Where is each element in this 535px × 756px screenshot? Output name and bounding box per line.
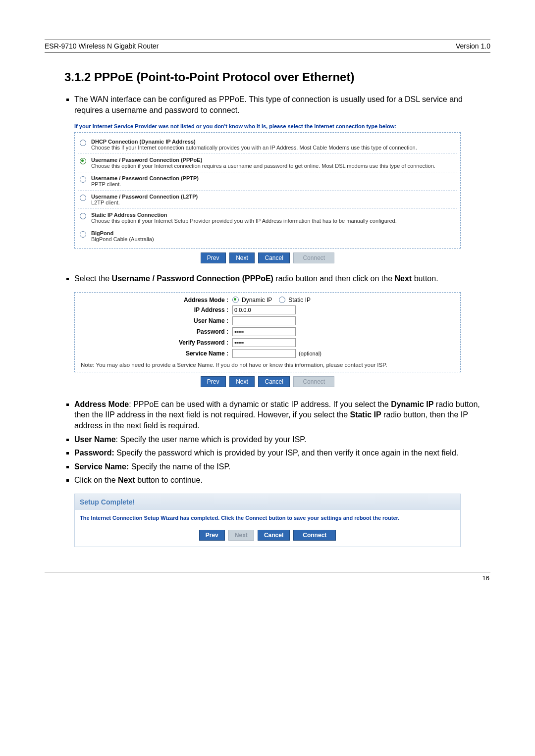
option-pptp[interactable]: Username / Password Connection (PPTP) PP… xyxy=(78,172,457,190)
option-dynamic-ip: Dynamic IP xyxy=(242,297,272,303)
desc-password: Password: Specify the password which is … xyxy=(74,448,490,458)
option-title: Username / Password Connection (PPTP) xyxy=(91,175,199,181)
option-title: BigPond xyxy=(91,230,154,236)
label-service-name: Service Name : xyxy=(80,350,232,357)
section-name: PPPoE (Point-to-Point Protocol over Ethe… xyxy=(94,70,354,84)
radio-dynamic-ip[interactable] xyxy=(232,297,239,303)
option-title: Username / Password Connection (PPPoE) xyxy=(91,157,435,163)
mid-bullet: Select the Username / Password Connectio… xyxy=(74,273,490,284)
next-button[interactable]: Next xyxy=(229,252,255,263)
radio-icon[interactable] xyxy=(80,195,86,201)
ip-address-field[interactable] xyxy=(232,305,296,314)
connection-type-screenshot: If your Internet Service Provider was no… xyxy=(74,123,461,263)
user-name-field[interactable] xyxy=(232,316,296,325)
option-desc: Choose this option if your Internet Setu… xyxy=(91,218,397,224)
pppoe-form-box: Address Mode : Dynamic IP Static IP IP A… xyxy=(74,292,461,372)
option-dhcp[interactable]: DHCP Connection (Dynamic IP Address) Cho… xyxy=(78,136,457,153)
setup-complete-screenshot: Setup Complete! The Internet Connection … xyxy=(74,494,461,547)
wizard1-buttons: Prev Next Cancel Connect xyxy=(74,252,461,263)
page-number: 16 xyxy=(45,574,490,582)
connection-type-box: DHCP Connection (Dynamic IP Address) Cho… xyxy=(74,132,461,249)
setup-complete-body: The Internet Connection Setup Wizard has… xyxy=(74,510,461,547)
header-right: Version 1.0 xyxy=(456,42,490,50)
label-user-name: User Name : xyxy=(80,317,232,324)
form-note: Note: You may also need to provide a Ser… xyxy=(80,359,455,369)
option-desc: Choose this option if your Internet conn… xyxy=(91,163,435,169)
radio-icon[interactable] xyxy=(80,158,86,164)
next-button[interactable]: Next xyxy=(229,376,255,387)
header-rule-bot xyxy=(45,52,490,52)
connect-button[interactable]: Connect xyxy=(293,530,336,541)
cancel-button[interactable]: Cancel xyxy=(258,376,289,387)
option-pppoe[interactable]: Username / Password Connection (PPPoE) C… xyxy=(78,153,457,172)
radio-icon[interactable] xyxy=(80,140,86,146)
row-verify-password: Verify Password : xyxy=(80,337,455,348)
row-password: Password : xyxy=(80,326,455,337)
prev-button[interactable]: Prev xyxy=(201,376,226,387)
header-left: ESR-9710 Wireless N Gigabit Router xyxy=(45,42,159,50)
desc-service-name: Service Name: Specify the name of the IS… xyxy=(74,461,490,472)
option-title: Username / Password Connection (L2TP) xyxy=(91,194,198,200)
section-number: 3.1.2 xyxy=(64,70,91,84)
radio-icon[interactable] xyxy=(80,231,86,238)
option-l2tp[interactable]: Username / Password Connection (L2TP) L2… xyxy=(78,190,457,208)
service-name-field[interactable] xyxy=(232,349,296,358)
desc-click-next: Click on the Next button to continue. xyxy=(74,475,490,486)
next-button: Next xyxy=(228,530,254,541)
complete-buttons: Prev Next Cancel Connect xyxy=(80,530,455,541)
prev-button[interactable]: Prev xyxy=(201,252,226,263)
verify-password-field[interactable] xyxy=(232,338,296,347)
row-service-name: Service Name : (optional) xyxy=(80,348,455,359)
header-rule-top xyxy=(45,40,490,40)
desc-user-name: User Name: Specify the user name which i… xyxy=(74,434,490,445)
option-desc: BigPond Cable (Australia) xyxy=(91,236,154,242)
password-field[interactable] xyxy=(232,327,296,336)
label-ip-address: IP Address : xyxy=(80,306,232,313)
pppoe-form-screenshot: Address Mode : Dynamic IP Static IP IP A… xyxy=(74,292,461,387)
option-title: DHCP Connection (Dynamic IP Address) xyxy=(91,139,417,145)
connect-button: Connect xyxy=(293,376,334,387)
setup-complete-title: Setup Complete! xyxy=(74,494,461,510)
option-static-ip: Static IP xyxy=(288,297,311,303)
setup-complete-message: The Internet Connection Setup Wizard has… xyxy=(80,515,455,521)
label-address-mode: Address Mode : xyxy=(80,297,232,303)
radio-icon[interactable] xyxy=(80,213,86,219)
option-desc: Choose this if your Internet connection … xyxy=(91,145,417,151)
prev-button[interactable]: Prev xyxy=(199,530,225,541)
option-title: Static IP Address Connection xyxy=(91,212,397,218)
cancel-button[interactable]: Cancel xyxy=(258,252,289,263)
wizard-instruction: If your Internet Service Provider was no… xyxy=(74,123,461,129)
row-user-name: User Name : xyxy=(80,315,455,326)
intro-list: The WAN interface can be configured as P… xyxy=(74,94,490,115)
cancel-button[interactable]: Cancel xyxy=(258,530,290,541)
form-buttons: Prev Next Cancel Connect xyxy=(74,376,461,387)
row-address-mode: Address Mode : Dynamic IP Static IP xyxy=(80,296,455,304)
footer-rule xyxy=(45,572,490,572)
radio-icon[interactable] xyxy=(80,176,86,183)
label-password: Password : xyxy=(80,328,232,335)
page-header: ESR-9710 Wireless N Gigabit Router Versi… xyxy=(45,42,490,50)
intro-bullet: The WAN interface can be configured as P… xyxy=(74,94,490,115)
radio-static-ip[interactable] xyxy=(279,297,285,303)
description-list: Address Mode: PPPoE can be used with a d… xyxy=(74,399,490,486)
label-verify-password: Verify Password : xyxy=(80,339,232,346)
mid-list: Select the Username / Password Connectio… xyxy=(74,273,490,284)
option-static-ip[interactable]: Static IP Address Connection Choose this… xyxy=(78,208,457,227)
section-title: 3.1.2 PPPoE (Point-to-Point Protocol ove… xyxy=(64,70,490,84)
option-bigpond[interactable]: BigPond BigPond Cable (Australia) xyxy=(78,227,457,245)
service-name-hint: (optional) xyxy=(299,351,321,356)
option-desc: L2TP client. xyxy=(91,200,198,205)
row-ip-address: IP Address : xyxy=(80,304,455,315)
option-desc: PPTP client. xyxy=(91,181,199,187)
connect-button: Connect xyxy=(293,252,334,263)
desc-address-mode: Address Mode: PPPoE can be used with a d… xyxy=(74,399,490,431)
